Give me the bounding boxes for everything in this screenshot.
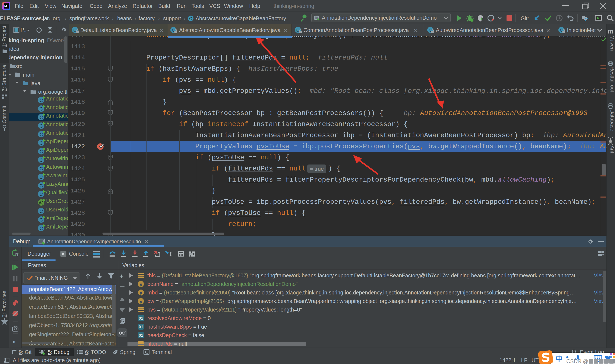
svg-text:C: C: [40, 98, 43, 103]
svg-text:C: C: [40, 175, 43, 180]
svg-text:@: @: [39, 200, 44, 206]
svg-text:C: C: [40, 217, 43, 222]
svg-text:C: C: [40, 123, 43, 129]
svg-text:C: C: [40, 166, 43, 171]
svg-text:01: 01: [139, 316, 143, 321]
svg-text:p: p: [139, 290, 142, 296]
svg-text:C: C: [40, 157, 43, 163]
svg-text:C: C: [40, 183, 43, 188]
svg-text:C: C: [189, 16, 192, 21]
svg-text:p: p: [139, 299, 142, 304]
svg-text:C: C: [40, 209, 43, 214]
svg-text:C: C: [40, 132, 43, 137]
svg-text:C: C: [40, 192, 43, 197]
svg-text:C: C: [40, 149, 43, 154]
svg-text:C: C: [40, 226, 43, 231]
svg-text:01: 01: [139, 325, 143, 329]
svg-text:p: p: [139, 282, 142, 287]
svg-text:C: C: [40, 106, 43, 112]
svg-text:01: 01: [139, 333, 143, 338]
svg-text:C: C: [40, 140, 43, 146]
